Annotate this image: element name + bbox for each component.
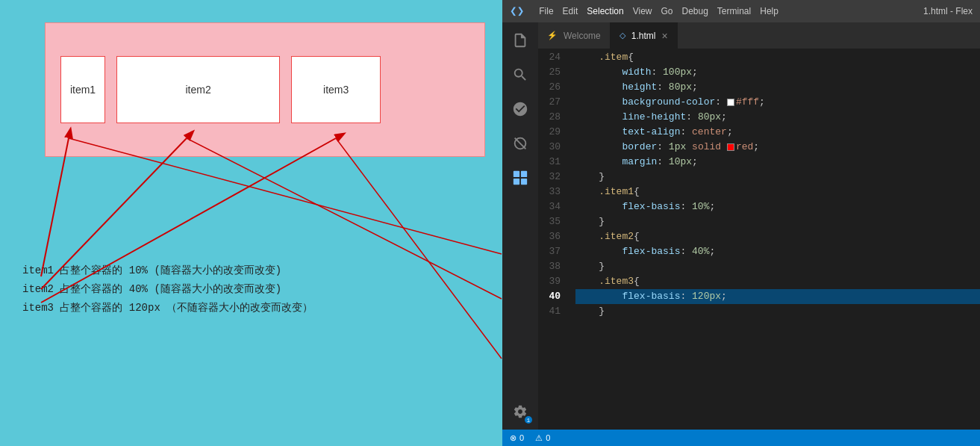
- menu-help[interactable]: Help: [760, 6, 778, 16]
- svg-rect-9: [514, 171, 519, 177]
- tab-welcome[interactable]: ⚡ Welcome: [538, 22, 611, 49]
- menu-edit[interactable]: Edit: [563, 6, 578, 16]
- code-line-29: text-align: center;: [575, 125, 980, 140]
- svg-rect-10: [521, 171, 527, 177]
- code-line-41: }: [575, 304, 980, 319]
- code-line-32: }: [575, 170, 980, 185]
- titlebar: ❮❯ File Edit Selection View Go Debug Ter…: [502, 0, 980, 22]
- menu-file[interactable]: File: [539, 6, 553, 16]
- explorer-icon[interactable]: [510, 30, 531, 51]
- line-num-37: 37: [542, 244, 561, 259]
- html-tab-icon: ◇: [619, 31, 625, 40]
- line-num-28: 28: [542, 110, 561, 125]
- code-line-24: .item{: [575, 50, 980, 65]
- demo-area: item1 item2 item3: [45, 22, 500, 172]
- menu-selection[interactable]: Selection: [587, 6, 623, 16]
- settings-badge: 1: [525, 416, 532, 424]
- item2: item2: [116, 56, 280, 123]
- menu-bar: File Edit Selection View Go Debug Termin…: [539, 6, 778, 16]
- menu-terminal[interactable]: Terminal: [717, 6, 751, 16]
- line-num-31: 31: [542, 155, 561, 170]
- line-num-34: 34: [542, 199, 561, 214]
- debug-icon[interactable]: [510, 133, 531, 154]
- error-count: 0: [519, 433, 524, 442]
- settings-icon[interactable]: 1: [510, 401, 531, 422]
- vscode-panel: ❮❯ File Edit Selection View Go Debug Ter…: [502, 0, 980, 446]
- tab-close-button[interactable]: ×: [661, 30, 667, 42]
- code-line-36: .item2{: [575, 229, 980, 244]
- item1-label: item1: [70, 84, 96, 96]
- code-line-30: border: 1px solid red;: [575, 140, 980, 155]
- line-num-38: 38: [542, 259, 561, 274]
- vscode-body: 1 ⚡ Welcome ◇ 1.html × 24: [502, 22, 980, 430]
- line-num-32: 32: [542, 170, 561, 185]
- extensions-icon[interactable]: [510, 167, 531, 188]
- item2-label: item2: [185, 84, 210, 96]
- line-num-35: 35: [542, 214, 561, 229]
- svg-rect-12: [521, 179, 527, 185]
- line-num-36: 36: [542, 229, 561, 244]
- menu-debug[interactable]: Debug: [681, 6, 708, 16]
- menu-go[interactable]: Go: [661, 6, 672, 16]
- code-line-39: .item3{: [575, 274, 980, 289]
- code-line-38: }: [575, 259, 980, 274]
- git-icon[interactable]: [510, 99, 531, 120]
- status-warnings: ⚠ 0: [535, 433, 550, 443]
- line-num-40: 40: [542, 289, 561, 304]
- line-num-25: 25: [542, 65, 561, 80]
- editor-area: ⚡ Welcome ◇ 1.html × 24 25 26 27 28 29: [538, 22, 980, 430]
- line-num-39: 39: [542, 274, 561, 289]
- welcome-tab-icon: ⚡: [547, 31, 558, 40]
- line-numbers: 24 25 26 27 28 29 30 31 32 33 34 35 36 3…: [538, 49, 568, 430]
- code-line-31: margin: 10px;: [575, 155, 980, 170]
- item3: item3: [291, 56, 381, 123]
- code-content: .item{ width: 100px; height: 80px; backg…: [568, 49, 980, 430]
- item3-label: item3: [323, 84, 349, 96]
- code-line-37: flex-basis: 40%;: [575, 244, 980, 259]
- svg-rect-11: [514, 179, 519, 185]
- code-line-27: background-color: #fff;: [575, 95, 980, 110]
- status-errors: ⊗ 0: [510, 433, 524, 443]
- flex-container: item1 item2 item3: [45, 22, 485, 157]
- code-line-40: flex-basis: 120px;: [575, 289, 980, 304]
- menu-view[interactable]: View: [633, 6, 652, 16]
- status-bar: ⊗ 0 ⚠ 0: [502, 430, 980, 446]
- line-num-29: 29: [542, 125, 561, 140]
- code-line-25: width: 100px;: [575, 65, 980, 80]
- line-num-30: 30: [542, 140, 561, 155]
- code-line-26: height: 80px;: [575, 80, 980, 95]
- code-editor: 24 25 26 27 28 29 30 31 32 33 34 35 36 3…: [538, 49, 980, 430]
- code-line-28: line-height: 80px;: [575, 110, 980, 125]
- line-num-41: 41: [542, 304, 561, 319]
- vscode-sidebar: 1: [502, 22, 538, 430]
- window-title: 1.html - Flex: [923, 6, 973, 16]
- annotations: item1 占整个容器的 10% (随容器大小的改变而改变) item2 占整个…: [22, 261, 313, 318]
- tab-welcome-label: Welcome: [564, 31, 601, 41]
- sidebar-bottom: 1: [510, 401, 531, 422]
- annotation-2: item2 占整个容器的 40% (随容器大小的改变而改变): [22, 280, 313, 299]
- item1: item1: [60, 56, 105, 123]
- tab-1html-label: 1.html: [631, 31, 656, 41]
- line-num-26: 26: [542, 80, 561, 95]
- line-num-27: 27: [542, 95, 561, 110]
- warning-count: 0: [546, 433, 550, 442]
- search-icon[interactable]: [510, 64, 531, 85]
- annotation-3: item3 占整个容器的 120px （不随容器大小的改变而改变）: [22, 299, 313, 318]
- error-icon: ⊗: [510, 433, 516, 443]
- vscode-logo: ❮❯: [510, 4, 524, 19]
- warning-icon: ⚠: [535, 433, 543, 443]
- line-num-33: 33: [542, 185, 561, 199]
- annotation-1: item1 占整个容器的 10% (随容器大小的改变而改变): [22, 261, 313, 280]
- code-line-35: }: [575, 214, 980, 229]
- tabs-bar: ⚡ Welcome ◇ 1.html ×: [538, 22, 980, 49]
- code-line-33: .item1{: [575, 185, 980, 199]
- code-line-34: flex-basis: 10%;: [575, 199, 980, 214]
- line-num-24: 24: [542, 50, 561, 65]
- tab-1html[interactable]: ◇ 1.html ×: [611, 22, 678, 49]
